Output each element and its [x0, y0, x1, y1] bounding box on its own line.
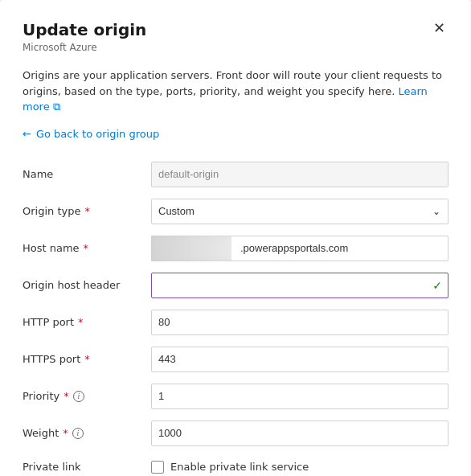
origin-host-header-row: Origin host header ✓: [23, 267, 448, 304]
priority-info-icon[interactable]: i: [73, 391, 84, 402]
priority-required: *: [63, 390, 69, 402]
weight-info-icon[interactable]: i: [72, 428, 84, 439]
origin-type-select[interactable]: Custom Storage Cloud Service Web App: [151, 199, 448, 224]
http-port-control: [151, 310, 448, 335]
weight-input[interactable]: [151, 421, 448, 446]
name-row: Name: [23, 156, 448, 193]
private-link-checkbox[interactable]: [151, 461, 164, 474]
http-port-label: HTTP port *: [23, 316, 151, 328]
private-link-row: Private link Enable private link service: [23, 452, 448, 477]
weight-row: Weight * i: [23, 415, 448, 452]
panel-subtitle: Microsoft Azure: [23, 42, 146, 53]
panel-title-section: Update origin Microsoft Azure: [23, 19, 146, 64]
private-link-checkbox-row: Enable private link service: [151, 461, 448, 474]
https-port-input[interactable]: [151, 347, 448, 372]
host-name-wrapper: [151, 236, 448, 261]
weight-required: *: [63, 427, 68, 439]
host-name-required: *: [84, 242, 89, 254]
back-to-origin-group-link[interactable]: ← Go back to origin group: [23, 128, 159, 140]
name-control: [151, 162, 448, 187]
http-port-row: HTTP port *: [23, 304, 448, 341]
update-origin-panel: Update origin Microsoft Azure ✕ Origins …: [0, 0, 471, 476]
private-link-checkbox-label[interactable]: Enable private link service: [170, 461, 309, 473]
priority-control: [151, 384, 448, 409]
origin-host-header-label: Origin host header: [23, 279, 151, 291]
weight-control: [151, 421, 448, 446]
weight-label: Weight * i: [23, 427, 151, 439]
check-icon: ✓: [432, 279, 442, 292]
priority-input[interactable]: [151, 384, 448, 409]
host-name-control: [151, 236, 448, 261]
origin-type-required: *: [84, 205, 90, 217]
origin-type-label: Origin type *: [23, 205, 151, 217]
priority-label: Priority * i: [23, 390, 151, 402]
panel-header: Update origin Microsoft Azure ✕: [23, 19, 448, 64]
origin-type-select-wrapper: Custom Storage Cloud Service Web App ⌄: [151, 199, 448, 224]
origin-type-control: Custom Storage Cloud Service Web App ⌄: [151, 199, 448, 224]
host-name-row: Host name *: [23, 230, 448, 267]
http-port-required: *: [78, 316, 84, 328]
close-button[interactable]: ✕: [430, 18, 448, 39]
origin-type-row: Origin type * Custom Storage Cloud Servi…: [23, 193, 448, 230]
host-name-label: Host name *: [23, 242, 151, 254]
https-port-control: [151, 347, 448, 372]
priority-row: Priority * i: [23, 378, 448, 415]
private-link-label: Private link: [23, 461, 151, 473]
origin-host-header-input[interactable]: [151, 273, 448, 298]
origin-host-header-wrapper: ✓: [151, 273, 448, 298]
description-text: Origins are your application servers. Fr…: [23, 68, 448, 115]
private-link-control: Enable private link service: [151, 461, 448, 474]
https-port-required: *: [84, 353, 90, 365]
panel-title: Update origin: [23, 19, 146, 40]
back-arrow-icon: ←: [23, 128, 31, 140]
http-port-input[interactable]: [151, 310, 448, 335]
name-input[interactable]: [151, 162, 448, 187]
external-link-icon: ⧉: [53, 101, 60, 113]
origin-host-header-control: ✓: [151, 273, 448, 298]
https-port-row: HTTPS port *: [23, 341, 448, 378]
https-port-label: HTTPS port *: [23, 353, 151, 365]
name-label: Name: [23, 168, 151, 180]
host-name-blur-overlay: [151, 236, 231, 261]
